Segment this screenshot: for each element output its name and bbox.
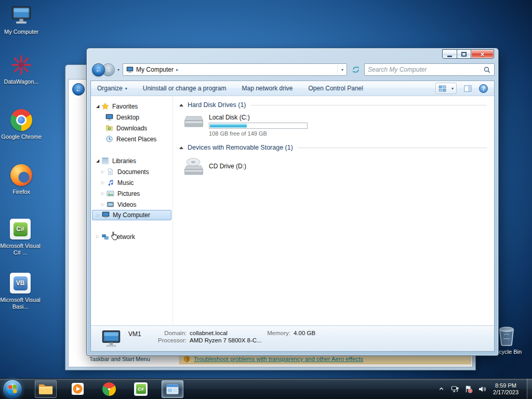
computer-icon xyxy=(101,211,110,219)
capacity-bar xyxy=(209,123,308,129)
desktop-icon-firefox[interactable]: Firefox xyxy=(1,163,42,195)
folder-icon xyxy=(38,382,54,395)
memory-label: Memory: xyxy=(263,330,290,336)
chevron-collapsed-icon[interactable]: ▷ xyxy=(100,169,106,174)
background-back-button[interactable]: ← xyxy=(72,83,85,96)
details-computer-icon xyxy=(101,329,121,348)
recent-places-icon xyxy=(105,135,114,143)
processor-label: Processor: xyxy=(151,337,187,343)
search-box[interactable] xyxy=(364,63,495,76)
sidebar-item-downloads[interactable]: Downloads xyxy=(91,123,172,134)
command-toolbar: Organize▾ Uninstall or change a program … xyxy=(91,81,494,96)
explorer-client-area: Organize▾ Uninstall or change a program … xyxy=(90,81,495,352)
taskbar-button-active-explorer-window[interactable] xyxy=(162,380,183,398)
cursor-icon xyxy=(109,230,120,243)
desktop-icon-my-computer[interactable]: My Computer xyxy=(1,3,42,35)
search-input[interactable] xyxy=(368,66,483,73)
desktop-icon-visual-csharp[interactable]: C# Microsoft Visual C# ... xyxy=(0,217,41,256)
sidebar-item-label: Music xyxy=(117,179,134,187)
organize-label: Organize xyxy=(97,85,123,92)
address-dropdown-button[interactable]: ▾ xyxy=(337,65,343,74)
sidebar-item-desktop[interactable]: Desktop xyxy=(91,112,172,123)
show-desktop-button[interactable] xyxy=(527,379,532,399)
windows-flag-icon xyxy=(8,384,18,394)
group-header-removable-storage[interactable]: Devices with Removable Storage (1) xyxy=(179,144,487,151)
uninstall-program-button[interactable]: Uninstall or change a program xyxy=(143,85,227,92)
refresh-button[interactable] xyxy=(349,63,363,76)
cd-drive-item[interactable]: CD Drive (D:) xyxy=(183,156,487,176)
open-control-panel-button[interactable]: Open Control Panel xyxy=(309,85,363,92)
music-icon xyxy=(106,179,115,187)
action-center-flag-icon[interactable] xyxy=(464,385,473,393)
aero-troubleshoot-link[interactable]: Troubleshoot problems with transparency … xyxy=(194,356,363,362)
chevron-expanded-icon[interactable]: ◢ xyxy=(95,104,101,109)
desktop-icon-label: My Computer xyxy=(4,29,38,35)
sidebar-item-label: Videos xyxy=(117,201,136,208)
help-button[interactable]: ? xyxy=(479,84,488,93)
recent-pages-dropdown[interactable]: ▾ xyxy=(117,68,119,72)
tray-expand-button[interactable] xyxy=(437,386,446,392)
network-status-icon[interactable] xyxy=(450,385,459,393)
back-button[interactable]: ← xyxy=(92,63,105,76)
sidebar-item-libraries[interactable]: ◢ Libraries xyxy=(91,155,172,166)
group-title: Hard Disk Drives (1) xyxy=(188,101,246,109)
computer-name: VM1 xyxy=(128,326,151,338)
taskbar-and-start-menu-link[interactable]: Taskbar and Start Menu xyxy=(89,356,150,362)
chevron-collapsed-icon[interactable]: ▷ xyxy=(95,234,101,239)
minimize-icon xyxy=(447,56,452,57)
chrome-icon xyxy=(102,382,116,396)
group-header-line xyxy=(251,105,487,105)
sidebar-item-favorites[interactable]: ◢ Favorites xyxy=(91,101,172,112)
chevron-collapsed-icon[interactable]: ▷ xyxy=(100,180,106,185)
chevron-expanded-icon[interactable]: ◢ xyxy=(95,158,101,163)
drive-label: CD Drive (D:) xyxy=(209,163,246,170)
chevron-collapsed-icon[interactable]: ▷ xyxy=(100,202,106,207)
breadcrumb-chevron-icon[interactable]: ▸ xyxy=(176,67,179,72)
sidebar-item-network[interactable]: ▷ Network xyxy=(91,231,172,242)
volume-icon[interactable] xyxy=(477,385,486,393)
breadcrumb-location[interactable]: My Computer xyxy=(136,66,174,73)
sidebar-item-label: Favorites xyxy=(112,103,138,110)
sidebar-item-label: Pictures xyxy=(117,190,140,197)
taskbar-button-chrome[interactable] xyxy=(98,380,120,398)
chevron-collapsed-icon[interactable]: ▷ xyxy=(95,213,101,218)
domain-label: Domain: xyxy=(151,330,187,336)
search-icon[interactable] xyxy=(483,66,491,74)
media-player-icon xyxy=(71,382,85,396)
sidebar-item-recent-places[interactable]: Recent Places xyxy=(91,134,172,144)
taskbar-clock[interactable]: 8:59 PM 2/17/2023 xyxy=(493,382,518,396)
sidebar-item-documents[interactable]: ▷ Documents xyxy=(91,166,172,177)
close-button[interactable]: × xyxy=(471,49,494,59)
maximize-button[interactable] xyxy=(457,49,471,59)
system-tray: 8:59 PM 2/17/2023 xyxy=(437,379,532,399)
control-panel-label: Open Control Panel xyxy=(309,85,363,92)
sidebar-item-my-computer[interactable]: ▷ My Computer xyxy=(92,210,171,220)
map-network-drive-button[interactable]: Map network drive xyxy=(242,85,292,92)
taskbar-button-media-player[interactable] xyxy=(66,380,88,398)
minimize-button[interactable] xyxy=(442,49,457,59)
recycle-bin-icon xyxy=(496,323,517,347)
sidebar-item-videos[interactable]: ▷ Videos xyxy=(91,199,172,210)
start-button[interactable] xyxy=(3,379,22,399)
favorites-star-icon xyxy=(101,102,110,110)
explorer-window-icon xyxy=(165,383,180,395)
processor-value: AMD Ryzen 7 5800X 8-C... xyxy=(190,337,262,343)
views-icon xyxy=(438,85,446,92)
local-disk-item[interactable]: Local Disk (C:) 108 GB free of 149 GB xyxy=(183,114,487,137)
change-view-button[interactable]: ▾ xyxy=(435,83,457,94)
preview-pane-button[interactable] xyxy=(463,85,472,92)
taskbar-button-visual-csharp[interactable]: C# xyxy=(130,380,152,398)
group-collapse-icon xyxy=(179,147,183,149)
address-bar[interactable]: My Computer ▸ ▾ xyxy=(123,63,347,76)
taskbar-button-explorer[interactable] xyxy=(35,380,57,398)
organize-button[interactable]: Organize▾ xyxy=(97,85,127,92)
chevron-collapsed-icon[interactable]: ▷ xyxy=(100,191,106,196)
group-header-hard-disk-drives[interactable]: Hard Disk Drives (1) xyxy=(179,101,487,109)
sidebar-item-music[interactable]: ▷ Music xyxy=(91,177,172,188)
desktop-icon-visual-basic[interactable]: VB Microsoft Visual Basi... xyxy=(0,271,41,310)
documents-icon xyxy=(106,168,115,176)
window-caption-buttons: × xyxy=(443,49,494,59)
desktop-icon-datawagon[interactable]: DataWagon... xyxy=(1,53,42,85)
sidebar-item-pictures[interactable]: ▷ Pictures xyxy=(91,188,172,199)
desktop-icon-google-chrome[interactable]: Google Chrome xyxy=(1,108,42,140)
